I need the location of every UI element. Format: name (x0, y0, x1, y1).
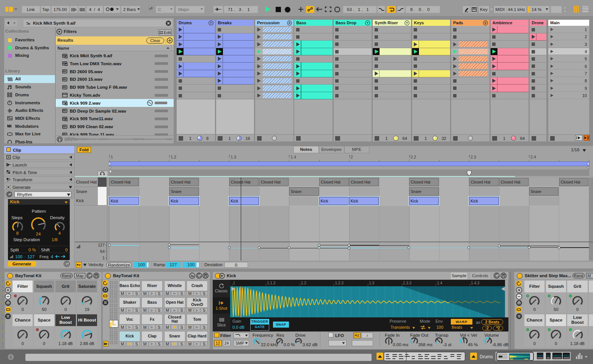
svg-text:i: i (10, 355, 11, 359)
